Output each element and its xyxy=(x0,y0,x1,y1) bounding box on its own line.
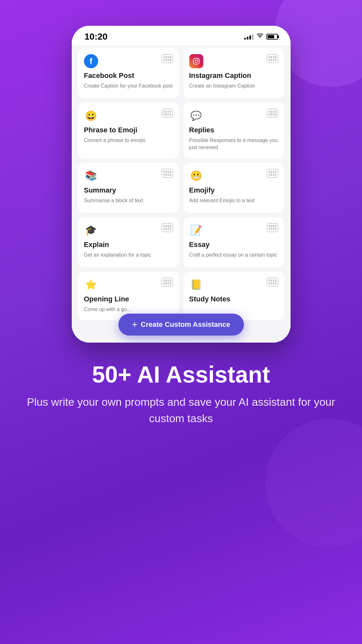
keyboard-icon xyxy=(267,278,278,287)
status-icons xyxy=(244,33,278,40)
card-desc: Add relevant Emojis to a text xyxy=(189,197,278,204)
card-title: Study Notes xyxy=(189,295,278,303)
svg-point-1 xyxy=(195,60,198,62)
summary-icon: 📚 xyxy=(84,169,98,183)
card-title: Essay xyxy=(189,241,278,249)
emojify-icon: 😬 xyxy=(189,169,203,183)
card-title: Replies xyxy=(189,126,278,134)
create-custom-assistance-button[interactable]: + Create Custom Assistance xyxy=(118,314,244,336)
battery-icon xyxy=(266,34,278,40)
card-top: ⭐ xyxy=(84,278,173,292)
opening-line-card[interactable]: ⭐ Opening Line Come up with a go... xyxy=(78,272,179,320)
card-title: Summary xyxy=(84,186,173,194)
phone-frame: 10:20 f xyxy=(72,26,291,343)
replies-card[interactable]: 💬 Replies Possible Responses to a messag… xyxy=(183,103,284,158)
card-title: Explain xyxy=(84,241,173,249)
status-time: 10:20 xyxy=(85,32,108,42)
keyboard-icon xyxy=(267,223,278,232)
svg-point-2 xyxy=(198,59,198,60)
bottom-heading: 50+ AI Assistant xyxy=(26,362,336,387)
instagram-icon xyxy=(189,54,203,68)
card-top: 😀 xyxy=(84,109,173,123)
study-notes-icon: 📒 xyxy=(189,278,203,292)
essay-card[interactable]: 📝 Essay Craft a perfect essay on a certa… xyxy=(183,217,284,267)
card-title: Emojify xyxy=(189,186,278,194)
status-bar: 10:20 xyxy=(72,26,291,45)
card-top xyxy=(189,54,278,68)
card-top: f xyxy=(84,54,173,68)
card-title: Facebook Post xyxy=(84,71,173,80)
card-title: Instagram Caption xyxy=(189,71,278,80)
plus-icon: + xyxy=(132,319,138,330)
keyboard-icon xyxy=(162,223,173,232)
replies-icon: 💬 xyxy=(189,109,203,123)
bottom-section: 50+ AI Assistant Plus write your own pro… xyxy=(0,343,362,440)
facebook-post-card[interactable]: f Facebook Post Create Caption for your … xyxy=(78,48,179,98)
card-desc: Come up with a go... xyxy=(84,306,173,313)
card-desc: Get an explanation for a topic xyxy=(84,251,173,259)
card-top: 💬 xyxy=(189,109,278,123)
instagram-caption-card[interactable]: Instagram Caption Create an Instagram Ca… xyxy=(183,48,284,98)
card-top: 🎓 xyxy=(84,223,173,237)
keyboard-icon xyxy=(267,54,278,63)
keyboard-icon xyxy=(162,109,173,118)
card-desc: Possible Responses to a message you just… xyxy=(189,137,278,151)
keyboard-icon xyxy=(267,169,278,178)
card-desc: Craft a perfect essay on a certain topic xyxy=(189,251,278,259)
card-title: Opening Line xyxy=(84,295,173,303)
cards-grid: f Facebook Post Create Caption for your … xyxy=(78,48,284,320)
card-top: 📝 xyxy=(189,223,278,237)
card-top: 📚 xyxy=(84,169,173,183)
card-desc: Summarise a block of text xyxy=(84,197,173,204)
bottom-subtext: Plus write your own prompts and save you… xyxy=(26,394,336,427)
explain-icon: 🎓 xyxy=(84,223,98,237)
facebook-icon: f xyxy=(84,54,98,68)
card-desc: Convert a phrase to emojis xyxy=(84,137,173,144)
keyboard-icon xyxy=(267,109,278,118)
phone-content: f Facebook Post Create Caption for your … xyxy=(72,45,291,343)
explain-card[interactable]: 🎓 Explain Get an explanation for a topic xyxy=(78,217,179,267)
emojify-card[interactable]: 😬 Emojify Add relevant Emojis to a text xyxy=(183,163,284,213)
summary-card[interactable]: 📚 Summary Summarise a block of text xyxy=(78,163,179,213)
card-title: Phrase to Emoji xyxy=(84,126,173,134)
card-top: 😬 xyxy=(189,169,278,183)
card-desc: Create Caption for your Facebook post xyxy=(84,82,173,90)
create-button-label: Create Custom Assistance xyxy=(141,320,230,329)
phrase-to-emoji-card[interactable]: 😀 Phrase to Emoji Convert a phrase to em… xyxy=(78,103,179,158)
keyboard-icon xyxy=(162,54,173,63)
opening-line-icon: ⭐ xyxy=(84,278,98,292)
signal-icon xyxy=(244,34,254,40)
keyboard-icon xyxy=(162,278,173,287)
emoji-icon: 😀 xyxy=(84,109,98,123)
card-desc: Create an Instagram Caption xyxy=(189,82,278,90)
study-notes-card[interactable]: 📒 Study Notes xyxy=(183,272,284,320)
card-top: 📒 xyxy=(189,278,278,292)
wifi-icon xyxy=(257,33,263,40)
keyboard-icon xyxy=(162,169,173,178)
essay-icon: 📝 xyxy=(189,223,203,237)
